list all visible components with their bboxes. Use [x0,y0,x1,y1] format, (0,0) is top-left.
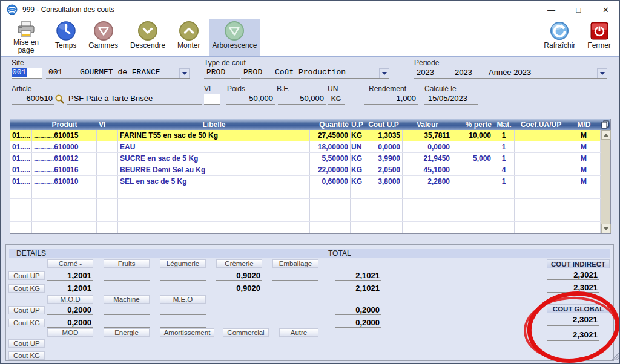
fermer-button[interactable]: Fermer [584,19,614,56]
temps-button[interactable]: Temps [52,19,79,56]
row-label-cout-up: Cout UP [8,271,45,280]
table-row[interactable]: 01..... ..........610012 SUCRE en sac de… [10,153,601,164]
chip-commercial: Commercial [223,328,269,337]
gammes-button[interactable]: Gammes [85,19,121,56]
site-dropdown-arrow-icon[interactable] [179,68,190,79]
periode-list-code: 2023 [452,68,489,77]
site-list-code: 001 [46,68,80,77]
empty-field [554,288,596,296]
cell-vi [97,176,118,187]
site-label: Site [12,59,24,67]
close-button[interactable]: ✕ [592,1,619,19]
cell-coef [515,164,567,175]
cell-quantite: 0,60000 [310,176,351,187]
table-scrollbar[interactable] [601,130,610,233]
un-label: UN [328,85,338,93]
cout-global-kg: 2,3021 [547,329,599,341]
value-field [104,305,150,315]
cell-quantite: 18,00000 [310,141,351,152]
vl-field[interactable] [204,94,220,105]
value-field [104,339,150,348]
table-row-empty [10,199,601,210]
value-field [104,284,150,293]
cell-valeur: 21,9450 [403,153,452,164]
type-cout-dropdown-arrow-icon[interactable] [379,68,389,79]
page-setup-button[interactable]: Mise en page [6,19,46,56]
chip-machine: Machine [104,295,150,304]
article-code-field[interactable]: 600510 [12,94,54,105]
cell-level: 01..... [10,176,32,187]
table-row[interactable]: 01..... ..........610016 BEURRE Demi Sel… [10,164,601,176]
search-magnifier-icon[interactable] [55,94,64,106]
periode-code-value: 2023 [417,68,434,77]
refresh-button[interactable]: Rafraîchir [541,19,578,56]
arborescence-button[interactable]: Arborescence [209,19,260,56]
cell-produit: ..........610016 [32,164,97,175]
poids-field: 50,000 [226,94,275,105]
chip-fruits: Fruits [104,259,150,268]
scroll-up-arrow[interactable] [601,130,611,140]
row-label-cout-kg: Cout KG [8,284,45,293]
cell-cout-up: 1,3035 [364,130,403,141]
chip-cremerie: Crèmerie [216,259,262,268]
cell-libelle: EAU [118,141,310,152]
table-row[interactable]: 01..... ..........610010 SEL en sac de 5… [10,176,601,187]
cell-mat: 1 [493,130,515,141]
table-row[interactable]: 01..... ..........610000 EAU 18,00000 UN… [10,141,601,153]
cell-up: KG [351,164,364,175]
table-row-empty [10,210,601,222]
chip-meo: M.E.O [160,295,206,304]
cell-vi [97,153,118,164]
site-code-field[interactable]: 001 [12,68,42,79]
chevron-down-icon [137,20,158,42]
periode-combo[interactable]: 2023Année 2023 [452,68,607,79]
minimize-button[interactable]: — [538,1,565,19]
table-header: Produit VI Libelle Quantité U.P Cout U.P… [10,119,610,130]
chip-autre: Autre [279,328,318,337]
toolbar-label: Fermer [587,42,611,50]
col-coef: Coef.UA/UP [515,119,567,130]
site-combo[interactable]: 001GOURMET de FRANCE [46,68,190,79]
toolbar-label: Monter [177,42,200,50]
cell-vi [97,141,118,152]
maximize-button[interactable]: □ [565,1,592,19]
value-field: 0,2000 [47,305,93,315]
cout-indirect-header: COUT INDIRECT [547,259,610,268]
cell-up: KG [351,153,364,164]
value-field [223,351,269,360]
total-field: 2,1021 [335,284,381,293]
periode-code-field[interactable]: 2023 [414,68,452,79]
cell-cout-up: 2,0500 [364,164,403,175]
cost-components-table: Produit VI Libelle Quantité U.P Cout U.P… [10,119,611,234]
cell-valeur: 45,1000 [403,164,452,175]
chip-legumerie: Légumerie [160,259,206,268]
type-cout-combo[interactable]: PRODCoût Production [241,68,389,79]
details-header-strip: DETAILS TOTAL [9,249,610,258]
table-row[interactable]: 01..... ..........610015 FARINE T55 en s… [10,130,601,141]
descendre-button[interactable]: Descendre [127,19,168,56]
type-cout-list-code: PROD [241,68,275,77]
total-field: 0,2000 [335,318,381,328]
value-field [160,271,206,281]
table-rows: 01..... ..........610015 FARINE T55 en s… [10,130,601,233]
printer-icon [16,20,36,39]
monter-button[interactable]: Monter [174,19,203,56]
resize-grip[interactable] [609,351,619,363]
cell-libelle: SUCRE en sac de 5 Kg [118,153,310,164]
cell-valeur: 0,0000 [403,141,452,152]
value-field: 0,9020 [216,284,262,293]
titlebar[interactable]: 999 - Consultation des couts — □ ✕ [1,1,619,19]
copy-grid-icon[interactable] [601,120,609,131]
rendement-label: Rendement [369,85,406,93]
calcule-le-field: 15/05/2023 [424,94,478,105]
cell-vi [97,164,118,175]
col-perte: % perte [452,119,493,130]
type-cout-code-field[interactable]: PROD [204,68,240,79]
cell-perte [452,141,493,152]
rendement-field: 1,000 [364,94,418,105]
periode-dropdown-arrow-icon[interactable] [597,68,607,79]
scroll-down-arrow[interactable] [601,224,611,233]
power-icon [590,20,608,42]
total-field: 0,2000 [335,305,381,315]
chip-carne: Carné - [47,259,93,268]
